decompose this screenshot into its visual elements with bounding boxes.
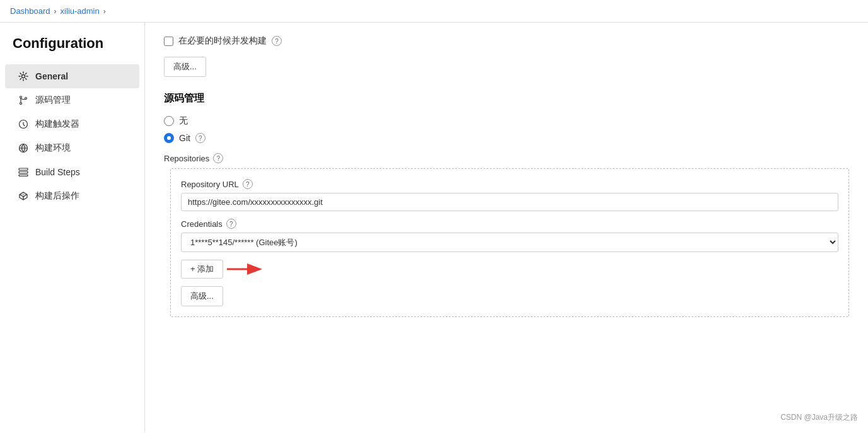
credentials-label-row: Credentials ? [181,219,838,229]
repo-url-input[interactable] [181,193,838,211]
breadcrumb-xiliu-admin[interactable]: xiliu-admin [61,6,100,16]
breadcrumb-sep-2: › [103,7,106,16]
repo-url-help-icon[interactable]: ? [243,179,253,189]
repositories-dashed-box: Repository URL ? Credentials ? 1****5**1… [170,168,849,317]
svg-rect-8 [19,175,28,176]
sidebar-label-source: 源码管理 [35,95,71,106]
svg-point-0 [22,75,25,78]
repositories-label: Repositories [164,154,209,163]
breadcrumb-sep-1: › [54,7,57,16]
sidebar-label-trigger: 构建触发器 [35,118,79,130]
svg-rect-7 [19,171,28,173]
radio-git-label: Git [179,133,190,143]
sidebar-label-env: 构建环境 [35,142,71,154]
main-content: 在必要的时候并发构建 ? 高级... 源码管理 无 Git ? Reposito… [145,23,868,432]
repositories-help-icon[interactable]: ? [213,153,223,163]
sidebar-label-build-steps: Build Steps [35,167,80,177]
branch-icon [18,95,29,106]
repo-url-label-row: Repository URL ? [181,179,838,189]
add-credentials-button[interactable]: + 添加 [181,260,223,279]
credentials-help-icon[interactable]: ? [226,219,236,229]
sidebar-item-env[interactable]: 构建环境 [5,136,139,160]
list-icon [18,166,29,178]
concurrent-build-label: 在必要的时候并发构建 [178,35,267,47]
add-button-row: + 添加 [181,260,838,279]
gear-icon [18,71,29,82]
sidebar-title: Configuration [0,35,144,64]
breadcrumb-dashboard[interactable]: Dashboard [10,6,50,16]
sidebar-label-post-build: 构建后操作 [35,190,79,202]
layout: Configuration General [0,23,868,432]
red-arrow-icon [227,262,265,277]
concurrent-build-row: 在必要的时候并发构建 ? [164,35,849,47]
radio-git-option[interactable]: Git ? [164,133,849,143]
concurrent-build-checkbox[interactable] [164,37,173,46]
radio-git-filled[interactable] [164,133,174,143]
credentials-select[interactable]: 1****5**145/****** (Gitee账号) [181,233,838,252]
radio-none-label: 无 [179,115,188,127]
sidebar-item-trigger[interactable]: 构建触发器 [5,112,139,136]
sidebar-item-general[interactable]: General [5,64,139,88]
inner-advanced-button[interactable]: 高级... [181,286,223,306]
source-section-title: 源码管理 [164,92,849,105]
breadcrumb: Dashboard › xiliu-admin › [0,0,868,23]
git-help-icon[interactable]: ? [195,133,205,143]
concurrent-build-help-icon[interactable]: ? [272,36,282,46]
globe-icon [18,142,29,154]
credentials-label: Credentials [181,219,223,229]
repo-url-label: Repository URL [181,180,239,189]
sidebar-item-build-steps[interactable]: Build Steps [5,160,139,184]
radio-none[interactable] [164,116,174,126]
top-advanced-button[interactable]: 高级... [164,57,206,77]
clock-icon [18,118,29,130]
svg-rect-6 [19,168,28,170]
cube-icon [18,190,29,202]
repositories-label-row: Repositories ? [164,153,849,163]
sidebar: Configuration General [0,23,145,432]
radio-none-option[interactable]: 无 [164,115,849,127]
sidebar-item-source[interactable]: 源码管理 [5,88,139,112]
sidebar-label-general: General [35,71,68,81]
sidebar-item-post-build[interactable]: 构建后操作 [5,184,139,208]
watermark: CSDN @Java升级之路 [780,412,858,423]
